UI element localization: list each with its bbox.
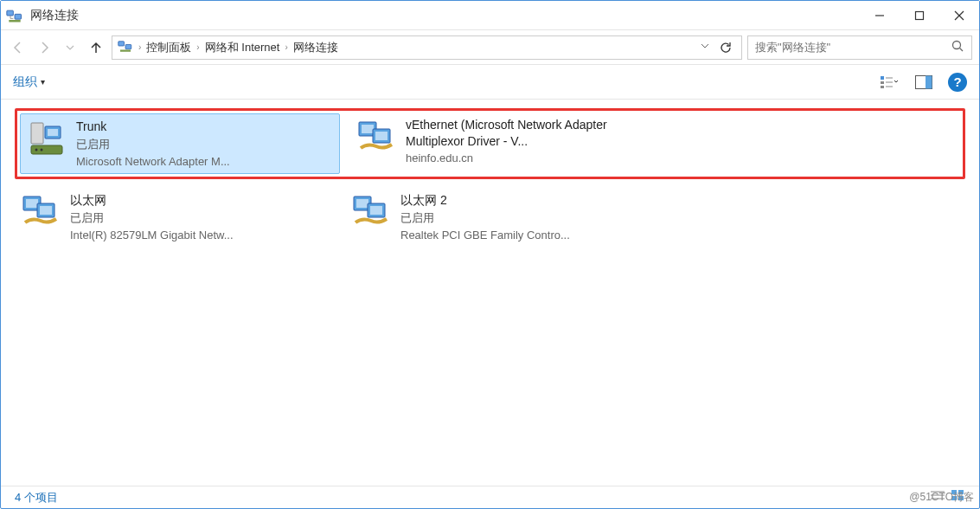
toolbar: 组织 ▾ ? (1, 65, 979, 100)
adapter-name: 以太网 2 (400, 191, 570, 209)
svg-rect-35 (356, 199, 368, 208)
svg-rect-9 (120, 50, 131, 52)
preview-pane-button[interactable] (913, 72, 934, 93)
highlighted-row: Trunk 已启用 Microsoft Network Adapter M...… (15, 108, 965, 179)
adapter-item-trunk[interactable]: Trunk 已启用 Microsoft Network Adapter M... (20, 113, 340, 174)
breadcrumb-item[interactable]: 网络连接 (293, 40, 338, 55)
view-options-button[interactable] (879, 72, 900, 93)
adapter-item-vethernet[interactable]: vEthernet (Microsoft Network Adapter Mul… (350, 113, 670, 174)
svg-rect-22 (48, 129, 58, 136)
svg-rect-33 (40, 206, 52, 215)
nav-bar: › 控制面板 › 网络和 Internet › 网络连接 (1, 30, 979, 65)
adapter-item-ethernet[interactable]: 以太网 已启用 Intel(R) 82579LM Gigabit Netw... (15, 188, 335, 247)
svg-rect-7 (118, 42, 125, 46)
chevron-right-icon[interactable]: › (285, 42, 287, 52)
adapter-device: Intel(R) 82579LM Gigabit Netw... (70, 227, 234, 244)
svg-point-25 (41, 149, 43, 151)
help-button[interactable]: ? (948, 73, 967, 92)
adapter-status: 已启用 (400, 209, 570, 227)
minimize-button[interactable] (860, 1, 900, 30)
svg-rect-27 (362, 125, 374, 133)
title-bar: 网络连接 (1, 1, 979, 30)
window-title: 网络连接 (30, 8, 860, 23)
breadcrumb-item[interactable]: 网络和 Internet (205, 40, 280, 55)
svg-rect-1 (15, 14, 22, 19)
adapter-device: Realtek PCI GBE Family Contro... (400, 227, 570, 244)
address-dropdown-icon[interactable] (700, 41, 710, 54)
svg-line-11 (960, 48, 964, 52)
svg-rect-20 (31, 123, 43, 144)
chevron-down-icon: ▾ (41, 77, 45, 87)
refresh-button[interactable] (715, 41, 736, 55)
adapter-device: Microsoft Network Adapter M... (76, 153, 230, 171)
svg-rect-19 (926, 75, 932, 88)
up-button[interactable] (86, 37, 106, 58)
adapter-info: 以太网 已启用 Intel(R) 82579LM Gigabit Netw... (70, 191, 234, 243)
forward-button[interactable] (34, 37, 54, 58)
network-connections-icon (118, 38, 133, 56)
svg-rect-13 (881, 81, 884, 84)
network-adapter-icon (350, 191, 392, 233)
adapter-status: 已启用 (76, 136, 230, 153)
watermark: @51CTO博客 (909, 490, 974, 505)
search-box[interactable] (747, 35, 972, 60)
address-bar[interactable]: › 控制面板 › 网络和 Internet › 网络连接 (112, 35, 742, 60)
svg-rect-29 (375, 132, 388, 140)
search-icon[interactable] (951, 39, 964, 55)
adapter-info: vEthernet (Microsoft Network Adapter Mul… (406, 117, 665, 166)
server-adapter-icon (26, 118, 67, 159)
svg-rect-37 (370, 206, 382, 215)
organize-label: 组织 (13, 74, 37, 90)
svg-rect-12 (881, 76, 884, 80)
svg-rect-0 (7, 10, 13, 16)
chevron-right-icon[interactable]: › (138, 42, 141, 52)
adapter-name: 以太网 (70, 191, 234, 209)
svg-point-10 (953, 42, 961, 49)
adapter-name: vEthernet (Microsoft Network Adapter Mul… (406, 117, 665, 150)
window-controls (860, 1, 979, 30)
recent-dropdown[interactable] (60, 37, 80, 58)
breadcrumb-item[interactable]: 控制面板 (146, 40, 191, 55)
close-button[interactable] (939, 1, 979, 30)
adapter-device: heinfo.edu.cn (406, 150, 665, 167)
adapter-info: Trunk 已启用 Microsoft Network Adapter M... (76, 118, 230, 170)
content-area: Trunk 已启用 Microsoft Network Adapter M...… (1, 100, 979, 486)
network-adapter-icon (20, 191, 61, 233)
adapter-name: Trunk (76, 118, 230, 136)
svg-rect-8 (125, 45, 131, 49)
search-input[interactable] (755, 41, 951, 54)
chevron-right-icon[interactable]: › (196, 42, 199, 52)
maximize-button[interactable] (900, 1, 939, 30)
back-button[interactable] (8, 37, 29, 58)
adapter-item-ethernet2[interactable]: 以太网 2 已启用 Realtek PCI GBE Family Contro.… (345, 188, 665, 247)
svg-rect-4 (916, 11, 924, 19)
network-adapter-icon (355, 117, 397, 158)
network-connections-icon (6, 7, 23, 24)
explorer-window: 网络连接 › 控制面板 › 网络和 Internet › 网络连接 (0, 0, 980, 509)
svg-point-24 (35, 149, 38, 151)
svg-rect-31 (26, 199, 38, 208)
adapter-status: 已启用 (70, 209, 234, 227)
status-bar: 4 个项目 (1, 486, 979, 508)
svg-rect-2 (9, 20, 20, 23)
adapter-row: 以太网 已启用 Intel(R) 82579LM Gigabit Netw...… (15, 188, 965, 247)
item-count: 4 个项目 (15, 490, 58, 506)
organize-button[interactable]: 组织 ▾ (13, 74, 45, 90)
svg-rect-14 (881, 86, 884, 88)
adapter-info: 以太网 2 已启用 Realtek PCI GBE Family Contro.… (400, 191, 570, 243)
